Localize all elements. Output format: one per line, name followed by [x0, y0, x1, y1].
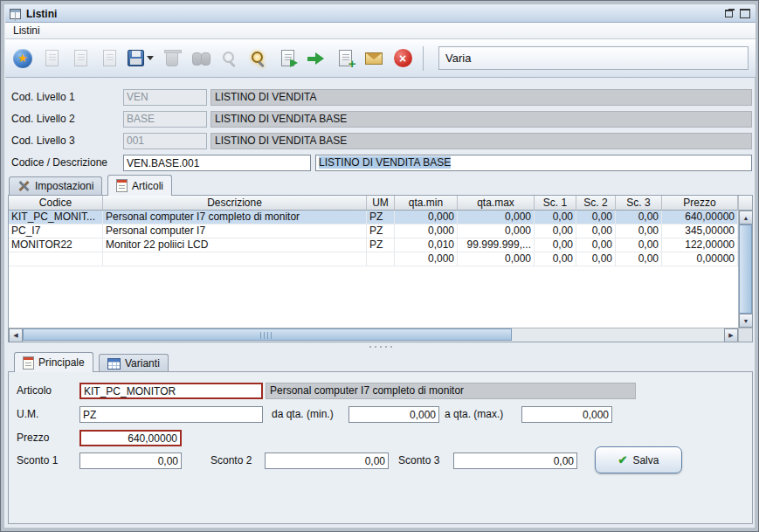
save-button-label: Salva: [632, 454, 659, 466]
column-header[interactable]: qta.min: [395, 196, 458, 211]
tab-varianti[interactable]: Varianti: [99, 354, 169, 372]
column-header[interactable]: Prezzo: [662, 196, 738, 211]
table-cell: 0,000: [395, 211, 458, 225]
cod-livello-3-field: 001: [123, 133, 207, 149]
sconto1-label: Sconto 1: [17, 453, 58, 469]
document-button-2[interactable]: [70, 46, 91, 71]
export-document-button[interactable]: [277, 46, 298, 71]
document-icon: [103, 50, 116, 66]
scroll-up-icon[interactable]: ▲: [739, 211, 753, 225]
trash-icon: [166, 52, 178, 66]
document-button-1[interactable]: [41, 46, 62, 71]
table-cell: 0,00: [616, 225, 662, 238]
horizontal-scrollbar-thumb[interactable]: [23, 328, 512, 341]
restore-window-icon[interactable]: [723, 8, 735, 19]
tab-principale[interactable]: Principale: [14, 352, 93, 372]
column-header[interactable]: qta.max: [458, 196, 535, 211]
menu-listini[interactable]: Listini: [13, 24, 40, 37]
prezzo-input[interactable]: [79, 430, 182, 446]
tab-impostazioni[interactable]: Impostazioni: [9, 176, 102, 195]
mode-value: Varia: [445, 52, 471, 65]
descrizione-input[interactable]: LISTINO DI VENDITA BASE: [315, 155, 752, 171]
green-arrow-icon: [307, 52, 325, 66]
articolo-input[interactable]: [79, 383, 263, 399]
save-dropdown-arrow-icon[interactable]: [147, 56, 154, 60]
column-header[interactable]: UM: [367, 196, 395, 211]
codice-input[interactable]: [123, 155, 311, 171]
search-highlight-button[interactable]: [248, 46, 269, 71]
magnifier-glow-icon: [250, 50, 267, 67]
scroll-right-icon[interactable]: ▶: [724, 328, 738, 342]
table-row[interactable]: KIT_PC_MONIT... Personal computer I7 com…: [9, 211, 738, 225]
um-input[interactable]: [79, 406, 263, 423]
qta-min-input[interactable]: [348, 406, 439, 423]
floppy-save-icon: [128, 50, 144, 66]
maximize-window-icon[interactable]: [739, 8, 751, 19]
sconto2-input[interactable]: [265, 453, 389, 469]
title-bar: Listini: [5, 5, 756, 23]
tab-label: Principale: [38, 356, 85, 369]
table-row[interactable]: PC_I7 Personal computer I7 PZ 0,000 0,00…: [9, 225, 738, 238]
document-icon: [74, 50, 87, 66]
qta-max-label: a qta. (max.): [445, 406, 503, 423]
table-row[interactable]: MONITOR22 Monitor 22 poliici LCD PZ 0,01…: [9, 238, 738, 252]
table-cell: 0,000: [458, 252, 535, 266]
notepad-icon: [116, 179, 128, 192]
table-cell: 99.999.999,...: [458, 238, 535, 252]
save-record-button[interactable]: ✔ Salva: [595, 446, 682, 473]
scroll-down-icon[interactable]: ▼: [739, 314, 753, 328]
prezzo-label: Prezzo: [17, 430, 49, 446]
split-divider[interactable]: [5, 342, 756, 350]
cancel-button[interactable]: ×: [392, 46, 413, 71]
table-cell: [367, 252, 395, 266]
vertical-scrollbar-thumb[interactable]: [739, 225, 752, 314]
table-cell: 0,00: [616, 211, 662, 225]
sconto1-input[interactable]: [79, 453, 182, 469]
selected-text: LISTINO DI VENDITA BASE: [319, 156, 451, 169]
document-icon: [45, 50, 59, 66]
horizontal-scrollbar-track[interactable]: [23, 328, 724, 342]
table-cell: [103, 252, 367, 266]
save-button[interactable]: [128, 46, 154, 71]
vertical-scrollbar[interactable]: ▲ ▼: [738, 211, 752, 328]
table-row[interactable]: 0,000 0,000 0,00 0,00 0,00 0,00000: [9, 252, 738, 266]
column-header[interactable]: Descrizione: [103, 196, 367, 211]
toolbar: ★ + × Varia: [5, 39, 756, 78]
table-cell: 0,00: [616, 252, 662, 266]
sconto3-label: Sconto 3: [398, 453, 439, 469]
table-cell: PC_I7: [9, 225, 103, 238]
column-header[interactable]: Codice: [9, 196, 103, 211]
toolbar-separator: [423, 46, 424, 71]
document-button-3[interactable]: [99, 46, 120, 71]
mail-button[interactable]: [363, 46, 384, 71]
delete-button[interactable]: [162, 46, 183, 71]
sconto3-input[interactable]: [453, 453, 577, 469]
scroll-left-icon[interactable]: ◀: [9, 328, 23, 342]
tab-label: Impostazioni: [35, 180, 93, 192]
column-header[interactable]: Sc. 2: [576, 196, 616, 211]
search-button[interactable]: [219, 46, 240, 71]
cod-livello-2-label: Cod. Livello 2: [11, 111, 75, 128]
qta-max-input[interactable]: [521, 406, 612, 423]
articolo-label: Articolo: [17, 383, 52, 399]
table-cell: 0,000: [458, 225, 535, 238]
cod-livello-3-label: Cod. Livello 3: [11, 133, 75, 149]
table-cell: 0,00: [535, 211, 576, 225]
find-button[interactable]: [190, 46, 211, 71]
new-button[interactable]: ★: [12, 46, 33, 71]
horizontal-scrollbar[interactable]: ◀ ▶: [9, 328, 738, 342]
cod-livello-1-field: VEN: [123, 89, 207, 106]
notepad-icon: [23, 356, 34, 370]
mode-field[interactable]: Varia: [438, 46, 749, 70]
tab-articoli[interactable]: Articoli: [107, 175, 172, 196]
forward-button[interactable]: [306, 46, 327, 71]
table-cell: 0,00: [616, 238, 662, 252]
codice-descrizione-label: Codice / Descrizione: [11, 155, 107, 171]
column-header[interactable]: Sc. 3: [616, 196, 662, 211]
star-badge-icon: ★: [13, 49, 32, 68]
qta-min-label: da qta. (min.): [272, 406, 334, 423]
cod-livello-2-description: LISTINO DI VENDITA BASE: [210, 111, 752, 128]
menu-bar: Listini: [5, 23, 756, 39]
add-document-button[interactable]: +: [335, 46, 355, 71]
column-header[interactable]: Sc. 1: [535, 196, 576, 211]
